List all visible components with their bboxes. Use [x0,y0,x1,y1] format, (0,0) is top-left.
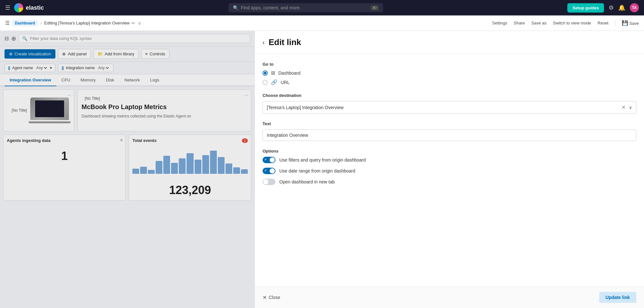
tab-disk[interactable]: Disk [101,74,119,86]
integration-name-filter[interactable]: || Integration name Any [58,64,113,72]
bar-5 [163,156,170,174]
text-input[interactable] [263,129,636,141]
option2-toggle[interactable]: ✓ [263,168,275,174]
settings-icon[interactable]: ⚙ [609,4,614,11]
agents-card-menu[interactable]: ≡ [120,137,123,143]
elastic-logo[interactable]: elastic [14,3,44,12]
tab-logs[interactable]: Logs [145,74,164,86]
setup-guides-button[interactable]: Setup guides [567,3,604,13]
bar-3 [148,170,155,174]
integration-name-select[interactable]: Any [97,65,110,70]
laptop-card: [No Title] ··· [3,89,74,131]
option1-label: Use filters and query from origin dashbo… [279,157,366,163]
controls-label: Controls [149,51,165,56]
add-library-label: Add from library [105,51,134,56]
option3-label: Open dashboard in new tab [279,179,335,184]
agent-filter-chevron: ▾ [50,66,52,70]
close-button[interactable]: ✕ Close [263,294,280,301]
destination-select[interactable]: [Teresa's Laptop] Integration Overview ✕… [263,101,636,114]
search-shortcut: ⌘/ [371,5,379,10]
search-placeholder: Find apps, content, and more. [241,5,368,10]
card1-menu[interactable]: ··· [67,92,71,98]
radio-url-label: URL [281,80,290,85]
breadcrumb-current: Editing [Teresa's Laptop] Integration Ov… [44,21,135,26]
viz-toolbar: ⊕ Create visualization ⊕ Add panel 📁 Add… [0,46,255,62]
option3-toggle[interactable] [263,179,275,185]
agent-name-select[interactable]: Any [35,65,48,70]
radio-group: ⊞ Dashboard 🔗 URL [263,70,636,85]
tab-integration-overview[interactable]: Integration Overview [5,74,56,86]
save-as-action[interactable]: Save as [531,21,546,25]
edit-link-panel: ‹ Edit link Go to ⊞ Dashboard 🔗 URL [255,31,644,308]
hamburger-icon[interactable]: ☰ [5,4,10,11]
breadcrumb-chevron-icon[interactable]: ∨ [138,21,141,26]
save-button[interactable]: 💾 Save [622,20,639,26]
tab-memory[interactable]: Memory [75,74,101,86]
create-visualization-button[interactable]: ⊕ Create visualization [5,49,55,59]
bar-14 [233,167,240,174]
controls-button[interactable]: ≡ Controls [141,49,169,59]
back-arrow-icon[interactable]: ‹ [263,39,265,46]
add-panel-icon: ⊕ [62,51,66,56]
metrics-desc: Dashboard showing metrics collected usin… [82,113,247,119]
card1-title: [No Title] [8,106,30,115]
dash-row-2: Agents ingesting data ≡ 1 Total events 1… [3,135,251,201]
user-avatar[interactable]: TA [630,3,639,12]
add-library-icon: 📁 [98,51,103,56]
bar-2 [140,167,147,174]
share-action[interactable]: Share [514,21,525,25]
filters-row: || Agent name Any ▾ || Integration name … [0,62,255,74]
card2-menu[interactable]: ··· [245,92,248,98]
add-from-library-button[interactable]: 📁 Add from library [93,49,139,59]
options-section: Options ✓ Use filters and query from ori… [263,149,636,185]
radio-dashboard[interactable]: ⊞ Dashboard [263,70,636,76]
notifications-icon[interactable]: 🔔 [618,4,625,11]
kql-filter[interactable]: 🔍 Filter your data using KQL syntax [19,34,250,43]
bar-9 [195,160,201,174]
reset-action[interactable]: Reset [598,21,609,25]
add-panel-button[interactable]: ⊕ Add panel [58,49,91,59]
option3-knob [263,179,268,184]
edit-panel-header: ‹ Edit link [255,31,644,54]
clear-destination-icon[interactable]: ✕ [621,104,626,110]
option-row-2: ✓ Use date range from origin dashboard [263,168,636,174]
option1-toggle[interactable]: ✓ [263,157,275,163]
destination-value: [Teresa's Laptop] Integration Overview [267,105,343,110]
agents-ingesting-card: Agents ingesting data ≡ 1 [3,135,126,201]
switch-to-view-action[interactable]: Switch to view mode [553,21,591,25]
radio-url[interactable]: 🔗 URL [263,79,636,85]
pipe-icon2: || [62,66,64,70]
breadcrumb-dashboard-tag[interactable]: Dashboard [12,20,38,26]
agent-name-filter[interactable]: || Agent name Any ▾ [5,64,55,72]
controls-icon: ≡ [145,51,148,56]
global-search[interactable]: 🔍 Find apps, content, and more. ⌘/ [228,3,383,12]
total-events-value: 123,209 [132,183,248,197]
option1-check: ✓ [264,158,267,161]
breadcrumb-right: Settings Share Save as Switch to view mo… [492,20,639,26]
events-card-menu[interactable]: ··· [245,137,248,143]
destination-chevron-icon[interactable]: ∨ [629,105,632,110]
tab-cpu[interactable]: CPU [56,74,75,86]
url-icon: 🔗 [271,79,277,85]
update-link-button[interactable]: Update link [599,292,636,303]
breadcrumb-home-icon[interactable]: ☰ [5,20,10,26]
text-label: Text [263,121,636,126]
close-label: Close [269,295,280,300]
laptop-image [30,98,69,123]
filter-placeholder: Filter your data using KQL syntax [30,36,92,41]
top-navigation: ☰ elastic 🔍 Find apps, content, and more… [0,0,644,15]
main-layout: ⊟ ⊕ 🔍 Filter your data using KQL syntax … [0,31,644,308]
add-icon[interactable]: ⊕ [11,35,16,42]
close-icon: ✕ [263,294,267,301]
bar-11 [210,151,217,174]
settings-action[interactable]: Settings [492,21,507,25]
collapse-icon[interactable]: ⊟ [5,35,9,42]
breadcrumb-edit-icon[interactable]: ✏ [131,21,135,26]
elastic-logo-circle [14,3,23,12]
edit-link-title: Edit link [269,37,301,47]
create-viz-label: Create visualization [14,51,51,56]
option2-knob [270,168,275,173]
option2-check: ✓ [264,169,267,172]
tab-network[interactable]: Network [119,74,145,86]
events-card-header: Total events 1 ··· [132,138,248,143]
